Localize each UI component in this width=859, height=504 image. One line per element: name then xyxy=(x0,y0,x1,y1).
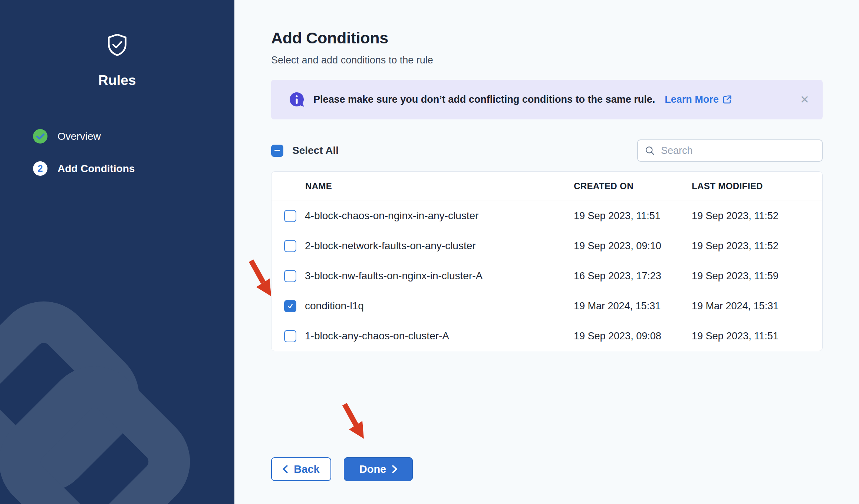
page-title: Add Conditions xyxy=(271,29,823,47)
learn-more-link[interactable]: Learn More xyxy=(665,94,732,105)
external-link-icon xyxy=(722,95,732,105)
check-icon xyxy=(36,133,45,140)
select-all-checkbox[interactable] xyxy=(271,145,283,157)
learn-more-label: Learn More xyxy=(665,94,719,105)
close-icon[interactable]: ✕ xyxy=(800,94,809,105)
step-done-icon xyxy=(33,129,47,144)
column-header-name: NAME xyxy=(271,181,574,191)
last-modified: 19 Sep 2023, 11:51 xyxy=(692,330,822,342)
table-row[interactable]: 4-block-chaos-on-nginx-in-any-cluster 19… xyxy=(271,201,822,231)
condition-name: 2-block-network-faults-on-any-cluster xyxy=(305,240,476,252)
step-overview[interactable]: Overview xyxy=(33,129,135,144)
select-all[interactable]: Select All xyxy=(271,145,339,157)
rules-add-conditions-page: Rules Overview 2 Add Conditions Add Cond… xyxy=(0,0,859,504)
condition-name: condition-l1q xyxy=(305,300,364,312)
row-checkbox[interactable] xyxy=(284,300,296,312)
wizard-stepper: Overview 2 Add Conditions xyxy=(33,129,135,194)
table-row[interactable]: 1-block-any-chaos-on-cluster-A 19 Sep 20… xyxy=(271,321,822,351)
select-all-label: Select All xyxy=(292,145,339,157)
row-checkbox[interactable] xyxy=(284,330,296,342)
step-number-badge: 2 xyxy=(33,161,47,176)
last-modified: 19 Mar 2024, 15:31 xyxy=(692,300,822,312)
step-label: Overview xyxy=(57,131,101,142)
magnifier-icon xyxy=(645,145,655,156)
row-checkbox[interactable] xyxy=(284,270,296,282)
condition-name: 3-block-nw-faults-on-nginx-in-cluster-A xyxy=(305,270,483,282)
created-on: 19 Sep 2023, 09:08 xyxy=(574,330,692,342)
back-button[interactable]: Back xyxy=(271,457,331,481)
done-button-label: Done xyxy=(359,463,386,475)
table-row-selected[interactable]: condition-l1q 19 Mar 2024, 15:31 19 Mar … xyxy=(271,291,822,321)
table-header-row: NAME CREATED ON LAST MODIFIED xyxy=(271,172,822,201)
shield-check-icon xyxy=(105,33,129,57)
chevron-left-icon xyxy=(283,465,288,473)
wizard-footer: Back Done xyxy=(271,457,823,481)
search-box[interactable] xyxy=(637,139,823,162)
row-checkbox[interactable] xyxy=(284,240,296,252)
created-on: 16 Sep 2023, 17:23 xyxy=(574,270,692,282)
column-header-created-on: CREATED ON xyxy=(574,181,692,191)
step-label: Add Conditions xyxy=(57,163,135,175)
sidebar: Rules Overview 2 Add Conditions xyxy=(0,0,234,504)
back-button-label: Back xyxy=(294,463,319,475)
sidebar-title: Rules xyxy=(0,73,234,88)
banner-message: Please make sure you don’t add conflicti… xyxy=(313,94,655,105)
info-icon xyxy=(289,92,305,108)
table-toolbar: Select All xyxy=(271,139,823,162)
created-on: 19 Mar 2024, 15:31 xyxy=(574,300,692,312)
chevron-right-icon xyxy=(392,465,397,473)
done-button[interactable]: Done xyxy=(344,457,413,481)
last-modified: 19 Sep 2023, 11:59 xyxy=(692,270,822,282)
step-add-conditions[interactable]: 2 Add Conditions xyxy=(33,161,135,176)
info-banner: Please make sure you don’t add conflicti… xyxy=(271,80,823,119)
created-on: 19 Sep 2023, 11:51 xyxy=(574,210,692,222)
row-checkbox[interactable] xyxy=(284,210,296,222)
table-row[interactable]: 3-block-nw-faults-on-nginx-in-cluster-A … xyxy=(271,261,822,291)
sidebar-brand: Rules xyxy=(0,33,234,88)
conditions-table: NAME CREATED ON LAST MODIFIED 4-block-ch… xyxy=(271,171,823,351)
last-modified: 19 Sep 2023, 11:52 xyxy=(692,240,822,252)
condition-name: 1-block-any-chaos-on-cluster-A xyxy=(305,330,449,342)
created-on: 19 Sep 2023, 09:10 xyxy=(574,240,692,252)
last-modified: 19 Sep 2023, 11:52 xyxy=(692,210,822,222)
column-header-last-modified: LAST MODIFIED xyxy=(692,181,822,191)
main-panel: Add Conditions Select and add conditions… xyxy=(234,0,859,504)
table-row[interactable]: 2-block-network-faults-on-any-cluster 19… xyxy=(271,231,822,261)
condition-name: 4-block-chaos-on-nginx-in-any-cluster xyxy=(305,210,478,222)
page-subtitle: Select and add conditions to the rule xyxy=(271,55,823,66)
search-input[interactable] xyxy=(661,145,815,157)
